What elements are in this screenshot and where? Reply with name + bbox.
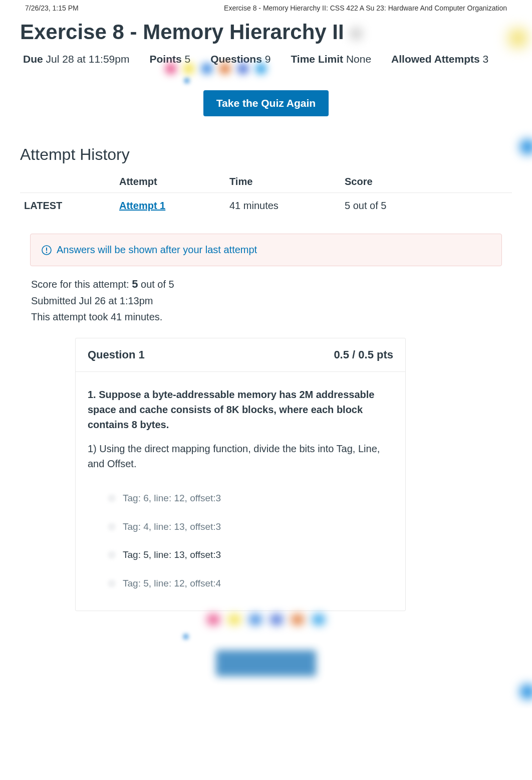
row-score: 5 out of 5: [341, 193, 512, 219]
answer-text: Tag: 5, line: 12, offset:4: [123, 576, 221, 591]
score-prefix: Score for this attempt:: [31, 279, 132, 290]
question-card-1: Question 1 0.5 / 0.5 pts 1. Suppose a by…: [75, 338, 406, 611]
radio-icon: [108, 494, 116, 502]
svg-rect-1: [46, 247, 47, 251]
decoration-dot: [509, 29, 527, 47]
answer-option: Tag: 6, line: 12, offset:3: [103, 484, 393, 513]
duration-line: This attempt took 41 minutes.: [31, 309, 501, 325]
answer-text: Tag: 5, line: 13, offset:3: [123, 548, 221, 562]
question-prompt-sub: 1) Using the direct mapping function, di…: [88, 441, 393, 471]
col-score: Score: [341, 171, 512, 193]
decoration-dot: [350, 28, 362, 40]
meta-allowed-attempts: Allowed Attempts 3: [391, 53, 488, 65]
submitted-line: Submitted Jul 26 at 1:13pm: [31, 293, 501, 309]
alert-text: Answers will be shown after your last at…: [57, 244, 257, 256]
question-points: 0.5 / 0.5 pts: [334, 348, 393, 361]
decoration-dot: [184, 78, 189, 83]
decoration-dot: [520, 139, 532, 154]
table-row: LATEST Attempt 1 41 minutes 5 out of 5: [20, 193, 512, 219]
page-title: Exercise 8 - Memory Hierarchy II: [20, 14, 344, 53]
print-title: Exercise 8 - Memory Hierarchy II: CSS 42…: [224, 4, 507, 12]
attempt-history-heading: Attempt History: [20, 136, 512, 171]
answer-text: Tag: 6, line: 12, offset:3: [123, 491, 221, 506]
answer-option: Tag: 5, line: 12, offset:4: [103, 569, 393, 598]
score-value: 5: [132, 278, 138, 290]
answer-option-selected: Tag: 5, line: 13, offset:3: [103, 541, 393, 569]
col-status: [20, 171, 115, 193]
attempt-link[interactable]: Attempt 1: [119, 200, 165, 211]
col-attempt: Attempt: [115, 171, 225, 193]
meta-due: Due Jul 28 at 11:59pm: [23, 53, 129, 65]
print-header: 7/26/23, 1:15 PM Exercise 8 - Memory Hie…: [0, 0, 532, 14]
row-status: LATEST: [24, 200, 62, 211]
take-quiz-again-button[interactable]: Take the Quiz Again: [203, 90, 329, 116]
decoration-dot: [520, 684, 532, 699]
answer-option: Tag: 4, line: 13, offset:3: [103, 513, 393, 541]
decoration-strip: [20, 611, 512, 650]
radio-icon: [108, 523, 116, 531]
blurred-button: [216, 650, 316, 676]
alert-banner: Answers will be shown after your last at…: [30, 234, 502, 266]
warning-icon: [42, 245, 52, 255]
svg-point-2: [46, 252, 48, 253]
meta-time-limit: Time Limit None: [291, 53, 371, 65]
radio-icon: [108, 551, 116, 559]
answer-list: Tag: 6, line: 12, offset:3 Tag: 4, line:…: [88, 480, 393, 601]
question-prompt-bold: 1. Suppose a byte-addressable memory has…: [88, 387, 393, 432]
col-time: Time: [225, 171, 341, 193]
answer-text: Tag: 4, line: 13, offset:3: [123, 520, 221, 534]
decoration-strip: [165, 63, 267, 74]
score-suffix: out of 5: [138, 279, 174, 290]
print-timestamp: 7/26/23, 1:15 PM: [25, 4, 79, 12]
radio-icon: [108, 579, 116, 588]
attempt-summary: Score for this attempt: 5 out of 5 Submi…: [20, 275, 512, 325]
question-title: Question 1: [88, 348, 145, 361]
attempt-history-table: Attempt Time Score LATEST Attempt 1 41 m…: [20, 171, 512, 219]
row-time: 41 minutes: [225, 193, 341, 219]
